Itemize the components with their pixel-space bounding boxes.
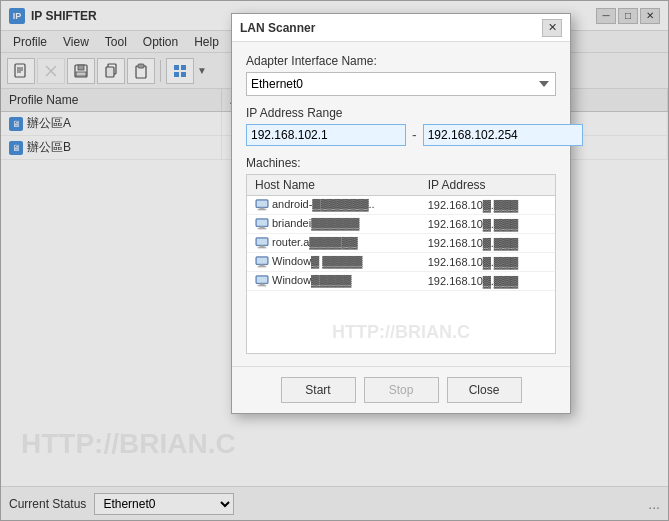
svg-rect-24: [257, 220, 268, 226]
hostname-cell: Window▓ ▓▓▓▓▓: [247, 253, 420, 272]
list-item[interactable]: Window▓▓▓▓▓ 192.168.10▓.▓▓▓: [247, 272, 555, 291]
machines-table: Host Name IP Address android-▓▓▓▓▓▓▓..: [247, 175, 555, 291]
ipaddress-cell: 192.168.10▓.▓▓▓: [420, 272, 555, 291]
ipaddress-cell: 192.168.10▓.▓▓▓: [420, 234, 555, 253]
svg-rect-27: [258, 248, 267, 249]
svg-rect-28: [257, 239, 268, 245]
ip-start-input[interactable]: [246, 124, 406, 146]
list-item[interactable]: briandei▓▓▓▓▓▓ 192.168.10▓.▓▓▓: [247, 215, 555, 234]
ip-range-section: IP Address Range -: [246, 106, 556, 146]
lan-scanner-dialog: LAN Scanner ✕ Adapter Interface Name: Et…: [231, 13, 571, 414]
svg-rect-19: [258, 209, 267, 210]
start-button[interactable]: Start: [281, 377, 356, 403]
machines-section: Machines: Host Name IP Address: [246, 156, 556, 354]
svg-rect-22: [259, 227, 264, 229]
svg-rect-36: [257, 277, 268, 283]
svg-rect-18: [259, 208, 264, 210]
dialog-title: LAN Scanner: [240, 21, 542, 35]
ipaddress-cell: 192.168.10▓.▓▓▓: [420, 215, 555, 234]
adapter-select[interactable]: Ethernet0: [246, 72, 556, 96]
computer-icon: [255, 198, 269, 212]
ip-end-input[interactable]: [423, 124, 583, 146]
svg-rect-35: [258, 286, 267, 287]
svg-rect-26: [259, 246, 264, 248]
svg-rect-31: [258, 267, 267, 268]
col-ip-address: IP Address: [420, 175, 555, 196]
ipaddress-cell: 192.168.10▓.▓▓▓: [420, 253, 555, 272]
dialog-footer: Start Stop Close: [232, 366, 570, 413]
list-item[interactable]: Window▓ ▓▓▓▓▓ 192.168.10▓.▓▓▓: [247, 253, 555, 272]
stop-button[interactable]: Stop: [364, 377, 439, 403]
machines-label: Machines:: [246, 156, 556, 170]
ip-range-label: IP Address Range: [246, 106, 556, 120]
computer-icon: [255, 255, 269, 269]
svg-rect-34: [259, 284, 264, 286]
computer-icon: [255, 274, 269, 288]
ip-range-inputs: -: [246, 124, 556, 146]
svg-rect-32: [257, 258, 268, 264]
svg-rect-30: [259, 265, 264, 267]
modal-overlay: LAN Scanner ✕ Adapter Interface Name: Et…: [1, 1, 668, 520]
dialog-title-bar: LAN Scanner ✕: [232, 14, 570, 42]
hostname-cell: router.a▓▓▓▓▓▓: [247, 234, 420, 253]
hostname-cell: android-▓▓▓▓▓▓▓..: [247, 196, 420, 215]
col-host-name: Host Name: [247, 175, 420, 196]
svg-rect-20: [257, 201, 268, 207]
list-item[interactable]: android-▓▓▓▓▓▓▓.. 192.168.10▓.▓▓▓: [247, 196, 555, 215]
computer-icon: [255, 217, 269, 231]
dialog-body: Adapter Interface Name: Ethernet0 IP Add…: [232, 42, 570, 366]
machines-table-wrapper: Host Name IP Address android-▓▓▓▓▓▓▓..: [246, 174, 556, 354]
hostname-cell: briandei▓▓▓▓▓▓: [247, 215, 420, 234]
svg-rect-23: [258, 229, 267, 230]
computer-icon: [255, 236, 269, 250]
hostname-cell: Window▓▓▓▓▓: [247, 272, 420, 291]
ip-separator: -: [412, 127, 417, 143]
dialog-close-btn-footer[interactable]: Close: [447, 377, 522, 403]
app-window: IP IP SHIFTER ─ □ ✕ Profile View Tool Op…: [0, 0, 669, 521]
list-item[interactable]: router.a▓▓▓▓▓▓ 192.168.10▓.▓▓▓: [247, 234, 555, 253]
dialog-close-button[interactable]: ✕: [542, 19, 562, 37]
table-watermark: HTTP://BRIAN.C: [332, 322, 470, 343]
adapter-label: Adapter Interface Name:: [246, 54, 556, 68]
ipaddress-cell: 192.168.10▓.▓▓▓: [420, 196, 555, 215]
